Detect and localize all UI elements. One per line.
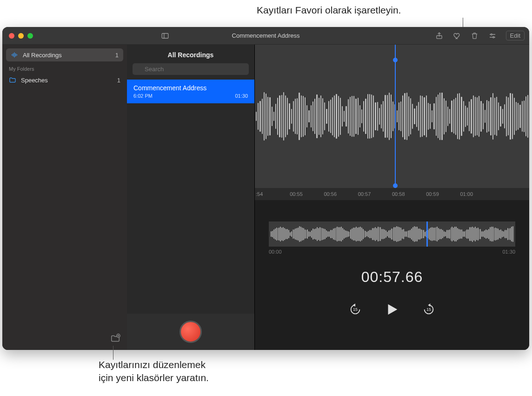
svg-rect-0	[162, 33, 168, 38]
play-button[interactable]	[384, 302, 400, 317]
skip-back-15-button[interactable]: 15	[349, 303, 362, 316]
callout-favorite-text: Kayıtları Favori olarak işaretleyin.	[257, 5, 401, 16]
share-icon[interactable]	[435, 32, 444, 40]
recording-list-item[interactable]: Commencement Address 6:02 PM 01:30	[127, 80, 254, 103]
edit-button[interactable]: Edit	[506, 31, 525, 40]
svg-point-5	[491, 34, 492, 35]
titlebar: Commencement Address Edit	[2, 27, 529, 45]
sidebar-item-speeches[interactable]: Speeches 1	[2, 74, 127, 87]
settings-sliders-icon[interactable]	[488, 32, 497, 40]
waveform-icon	[11, 51, 19, 59]
recording-duration: 01:30	[235, 93, 248, 99]
sidebar-toggle-icon[interactable]	[161, 32, 169, 40]
time-ruler: :5400:5500:5600:5700:5800:5901:00	[255, 188, 529, 200]
callout-folder-line	[113, 346, 113, 360]
list-title: All Recordings	[127, 45, 254, 63]
window-title: Commencement Address	[232, 32, 300, 39]
trash-icon[interactable]	[471, 32, 479, 40]
sidebar: All Recordings 1 My Folders Speeches 1	[2, 45, 127, 350]
waveform-main[interactable]	[255, 45, 529, 188]
app-window: Commencement Address Edit All R	[2, 27, 529, 350]
window-controls	[9, 33, 33, 39]
sidebar-item-count: 1	[115, 52, 119, 59]
minimize-window-button[interactable]	[18, 33, 24, 39]
search-input[interactable]	[133, 63, 249, 75]
close-window-button[interactable]	[9, 33, 14, 39]
svg-point-6	[492, 36, 494, 38]
record-button[interactable]	[180, 321, 202, 343]
skip-fwd-label: 15	[422, 307, 435, 312]
overview-end-label: 01:30	[502, 249, 515, 255]
folder-icon	[9, 76, 17, 84]
playhead-overview[interactable]	[426, 221, 428, 247]
timecode-display: 00:57.66	[255, 268, 529, 286]
sidebar-item-all-recordings[interactable]: All Recordings 1	[6, 48, 123, 61]
sidebar-item-count: 1	[117, 77, 120, 84]
skip-back-label: 15	[349, 307, 362, 312]
overview-start-label: 00:00	[269, 249, 282, 255]
sidebar-item-label: Speeches	[21, 77, 48, 84]
new-folder-button[interactable]	[110, 333, 120, 345]
sidebar-item-label: All Recordings	[23, 52, 62, 59]
playback-controls: 15 15	[255, 302, 529, 327]
recording-time: 6:02 PM	[133, 93, 153, 99]
callout-folder-text: Kayıtlarınızı düzenlemek için yeni klasö…	[99, 358, 209, 385]
sidebar-section-header: My Folders	[2, 61, 127, 74]
playhead-main[interactable]	[395, 45, 396, 188]
favorite-heart-icon[interactable]	[453, 32, 461, 40]
waveform-overview[interactable]	[269, 221, 515, 247]
skip-forward-15-button[interactable]: 15	[422, 303, 435, 316]
recordings-list-panel: All Recordings Commencement Address 6:02…	[127, 45, 255, 350]
recording-name: Commencement Address	[133, 84, 248, 92]
record-footer	[127, 314, 254, 350]
fullscreen-window-button[interactable]	[27, 33, 33, 39]
player-panel: :5400:5500:5600:5700:5800:5901:00 00:00 …	[255, 45, 529, 350]
